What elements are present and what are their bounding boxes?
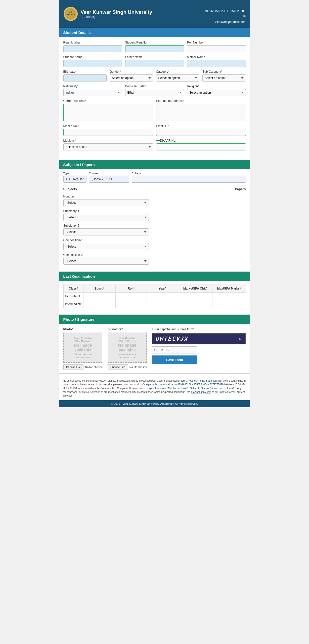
type-group: Type U.G. Regular [63,172,86,183]
email-input[interactable] [156,129,246,136]
subjects-header: Subjects / Papers [59,160,250,169]
subsidiary1-row: Subsidary-1 - Select - [59,208,250,222]
papers-col-header: Papers [235,187,246,191]
composition1-select[interactable]: - Select - [63,243,149,250]
course-label: Course [89,172,129,175]
highschool-roll-input[interactable] [117,294,145,299]
current-address-input[interactable] [63,104,153,121]
qualification-table: Class* Board* Roll* Year* Marks/GPA Obt.… [63,285,246,308]
course-group: Course (Hons) YEAR-1 [89,172,129,183]
college-label: College [132,172,246,175]
class-col-header: Class* [63,285,83,293]
domicile-select[interactable]: Bihar Other [125,89,184,96]
college-value [132,176,246,183]
student-name-label: Student Name [63,55,122,59]
intermediate-year [147,300,178,308]
intermediate-max-input[interactable] [214,302,244,306]
student-name-group: Student Name [63,55,122,67]
reg-number-input[interactable] [63,45,122,52]
type-label: Type [63,172,86,175]
mobile-group: Mobile No.* [63,124,153,136]
contact-link[interactable]: contact us on vksu@helpenable.com or cal… [121,383,224,386]
intermediate-year-input[interactable] [148,302,176,306]
composition2-label: Composition-2 [63,253,246,257]
mother-name-input[interactable] [187,60,246,67]
student-name-input[interactable] [63,60,122,67]
honours-row: Honours - Select - [59,193,250,208]
mother-name-group: Mother Name [187,55,246,67]
honours-select[interactable]: - Select - [63,199,149,206]
father-name-input[interactable] [125,60,184,67]
category-label: Category* [156,70,200,73]
highschool-year-input[interactable] [148,294,176,299]
footer-text-1: No chargebacks will be entertained. All … [63,379,199,382]
birthdate-input[interactable] [63,74,107,82]
honours-label: Honours [63,195,246,198]
captcha-refresh-icon[interactable]: ↻ [239,336,242,341]
photo-choose-file-button[interactable]: Choose File [63,364,84,370]
subjects-section: Subjects / Papers Type U.G. Regular Cour… [59,160,250,269]
captcha-input[interactable] [152,346,197,353]
subcategory-select[interactable]: Select an option [202,74,246,82]
college-group: College [132,172,246,183]
father-name-label: Father Name [125,55,184,59]
highschool-max [212,293,246,300]
religion-group: Religion* Select an option Hindu Muslim … [187,85,246,96]
signature-box: Signature* Image Resolution 150 x 150 pi… [108,328,147,370]
roll-number-input[interactable] [187,45,246,52]
board-col-header: Board* [83,285,116,293]
category-select[interactable]: Select an option General OBC SC ST [156,74,200,82]
category-group: Category* Select an option General OBC S… [156,70,200,82]
medium-group: Medium * Select an option Hindi English [63,139,153,150]
subcategory-group: Sub-Category* Select an option [202,70,246,82]
subsidiary2-select[interactable]: - Select - [63,228,149,235]
gender-select[interactable]: Select an option Male Female Other [110,74,153,82]
save-form-button[interactable]: Save Form [152,355,197,364]
year-col-header: Year* [147,285,178,293]
mobile-input[interactable] [63,129,153,136]
photo-label: Photo* [63,328,73,331]
medium-select[interactable]: Select an option Hindi English [63,143,153,150]
email-group: Email ID * [156,124,246,136]
university-logo: VKS UNIVERSITY [64,7,78,21]
highschool-year [147,293,178,300]
qualification-header: Last Qualification [59,272,250,281]
subjects-col-header: Subjects [63,187,77,191]
signature-no-file-label: No file chosen [129,366,147,369]
religion-select[interactable]: Select an option Hindu Muslim Christian … [187,89,246,96]
signature-choose-file-button[interactable]: Choose File [108,364,128,370]
highschool-board-input[interactable] [85,294,114,299]
intermediate-max [212,300,246,308]
student-reg-input[interactable] [125,45,184,52]
captcha-image: UWTECVJX ↻ [152,333,246,344]
intermediate-roll-input[interactable] [117,302,145,306]
email-label: Email ID * [156,124,246,128]
intermediate-board-input[interactable] [85,302,114,306]
row-birthdate: Birthdate* Gender* Select an option Male… [63,70,246,82]
signature-label: Signature* [108,328,123,331]
permanent-address-input[interactable] [156,104,246,121]
policy-link[interactable]: Policy Statement [199,379,217,382]
browsehappy-link[interactable]: browsehappy.com [191,391,211,393]
intermediate-marks-input[interactable] [180,302,211,306]
captcha-label: Enter captcha and submit form* [152,328,246,331]
student-details-header: Student Details [59,28,250,37]
honours-select-wrap: - Select - [63,199,246,206]
composition2-select[interactable]: - Select - [63,258,149,265]
highschool-max-input[interactable] [214,294,244,299]
subjects-table-header: Subjects Papers [59,185,250,193]
subsidiary1-select[interactable]: - Select - [63,214,149,221]
nationality-select[interactable]: Indian Other [63,89,122,96]
roll-col-header: Roll* [116,285,147,293]
aadhaar-input[interactable] [156,143,246,150]
composition2-row: Composition-2 - Select - [59,252,250,266]
roll-number-group: Roll Number [187,41,246,52]
table-row: Highschool [63,293,246,300]
roll-number-label: Roll Number [187,41,246,44]
reg-number-group: Reg Number [63,41,122,52]
type-course-row: Type U.G. Regular Course (Hons) YEAR-1 C… [59,169,250,185]
marks-col-header: Marks/GPA Obt.* [178,285,212,293]
row-names: Student Name Father Name Mother Name [63,55,246,67]
highschool-marks-input[interactable] [180,294,211,299]
captcha-section: Enter captcha and submit form* UWTECVJX … [152,328,246,364]
